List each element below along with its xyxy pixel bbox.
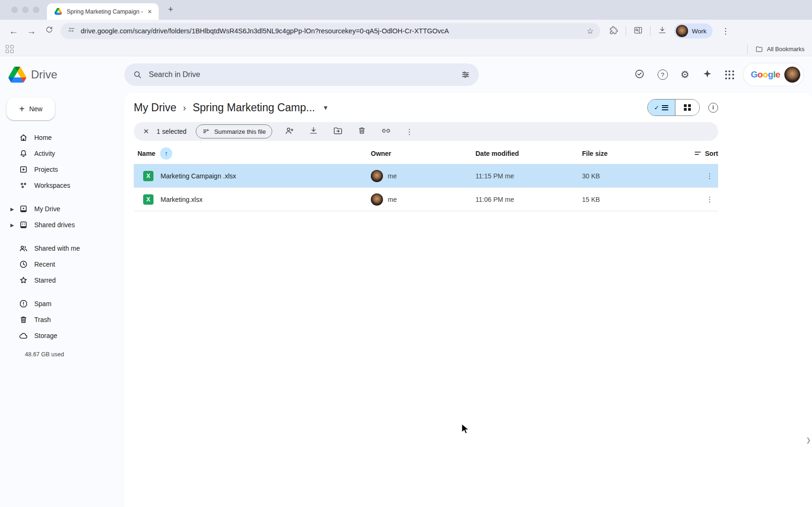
file-row[interactable]: X Marketing Campaign .xlsx me 11:15 PM m… xyxy=(134,164,718,188)
clock-icon xyxy=(19,260,28,269)
breadcrumb-my-drive[interactable]: My Drive xyxy=(134,101,176,114)
offline-status-icon[interactable] xyxy=(634,69,645,81)
breadcrumb-separator-icon: › xyxy=(183,102,186,113)
owner-avatar xyxy=(371,170,383,182)
breadcrumb: My Drive › Spring Marketing Camp... ▼ ✓ xyxy=(134,93,718,122)
google-account-button[interactable]: Google xyxy=(743,63,804,86)
toolbar-divider xyxy=(626,26,626,36)
row-menu-icon[interactable]: ⋮ xyxy=(701,172,718,180)
file-row[interactable]: X Marketing.xlsx me 11:06 PM me 15 KB ⋮ xyxy=(134,188,718,211)
breadcrumb-current-folder[interactable]: Spring Marketing Camp... xyxy=(192,101,315,114)
advanced-search-icon[interactable] xyxy=(461,70,470,79)
share-add-person-icon[interactable] xyxy=(284,126,294,138)
workspaces-icon xyxy=(19,181,28,190)
downloads-icon[interactable] xyxy=(658,25,667,37)
sidebar-item-activity[interactable]: Activity xyxy=(7,146,124,161)
sidebar-item-trash[interactable]: Trash xyxy=(7,312,124,328)
download-icon[interactable] xyxy=(309,126,318,137)
excel-file-icon: X xyxy=(143,171,153,181)
settings-gear-icon[interactable]: ⚙ xyxy=(681,69,689,80)
search-input[interactable]: Search in Drive xyxy=(124,63,479,86)
side-panel-search-icon[interactable] xyxy=(633,25,643,37)
tab-close-button[interactable]: ✕ xyxy=(146,8,154,16)
row-menu-icon[interactable]: ⋮ xyxy=(701,195,718,204)
site-info-icon[interactable] xyxy=(67,26,76,36)
new-button-label: New xyxy=(29,105,42,113)
file-size: 15 KB xyxy=(578,196,701,203)
star-icon xyxy=(19,276,28,285)
new-tab-button[interactable]: + xyxy=(165,4,176,15)
grid-view-button[interactable] xyxy=(675,100,699,115)
size-column-header[interactable]: File size xyxy=(578,150,701,157)
expand-chevron-icon[interactable]: ▶ xyxy=(10,223,19,228)
sidebar-item-home[interactable]: Home xyxy=(7,130,124,146)
name-column-header[interactable]: Name xyxy=(138,150,155,157)
sidebar-item-workspaces[interactable]: Workspaces xyxy=(7,177,124,193)
trash-icon[interactable] xyxy=(357,126,367,137)
window-close-button[interactable] xyxy=(11,7,18,13)
url-text[interactable]: drive.google.com/scary/drive/folders/1BH… xyxy=(81,27,582,35)
sidebar-item-recent[interactable]: Recent xyxy=(7,256,124,272)
browser-profile-button[interactable]: Work xyxy=(674,23,712,38)
sidebar-item-spam[interactable]: Spam xyxy=(7,296,124,312)
folder-icon xyxy=(755,45,763,53)
google-apps-grid-icon[interactable] xyxy=(725,70,734,79)
sort-ascending-icon[interactable]: ↑ xyxy=(160,147,172,160)
account-avatar xyxy=(784,67,800,83)
storage-used-label: 48.67 GB used xyxy=(25,351,124,358)
bell-icon xyxy=(19,149,28,158)
excel-file-icon: X xyxy=(143,194,153,205)
owner-name: me xyxy=(388,172,397,180)
reload-icon[interactable] xyxy=(40,23,58,38)
sidebar-item-my-drive[interactable]: ▶ My Drive xyxy=(7,201,124,217)
move-to-folder-icon[interactable] xyxy=(333,126,343,138)
shared-drives-icon xyxy=(19,220,28,230)
file-name[interactable]: Marketing.xlsx xyxy=(161,196,202,203)
window-minimize-button[interactable] xyxy=(22,7,29,13)
summarize-file-button[interactable]: Summarize this file xyxy=(196,124,272,138)
bookmark-star-icon[interactable]: ☆ xyxy=(587,26,594,36)
sidebar-item-storage[interactable]: Storage xyxy=(7,328,124,344)
sidebar-item-shared-drives[interactable]: ▶ Shared drives xyxy=(7,217,124,233)
sidebar: + New Home Activity xyxy=(0,93,124,507)
browser-menu-icon[interactable]: ⋮ xyxy=(720,26,731,36)
list-view-button[interactable]: ✓ xyxy=(648,100,675,115)
sort-button[interactable]: Sort xyxy=(701,150,718,157)
extensions-icon[interactable] xyxy=(609,25,619,37)
date-modified: 11:06 PM me xyxy=(472,196,578,203)
modified-column-header[interactable]: Date modified xyxy=(472,150,578,157)
help-icon[interactable]: ? xyxy=(658,69,668,80)
owner-column-header[interactable]: Owner xyxy=(367,150,472,157)
sidebar-item-starred[interactable]: Starred xyxy=(7,272,124,288)
scroll-hint-icon[interactable]: ❯ xyxy=(806,437,811,444)
window-maximize-button[interactable] xyxy=(33,7,39,13)
selection-toolbar: ✕ 1 selected Summarize this file xyxy=(134,122,718,141)
all-bookmarks-button[interactable]: All Bookmarks xyxy=(747,45,804,54)
folder-menu-caret-icon[interactable]: ▼ xyxy=(322,104,329,111)
browser-tab[interactable]: Spring Marketing Campaign - ✕ xyxy=(47,3,159,20)
clear-selection-icon[interactable]: ✕ xyxy=(141,127,151,136)
gemini-sparkle-icon[interactable] xyxy=(702,69,712,81)
file-name[interactable]: Marketing Campaign .xlsx xyxy=(161,172,236,180)
new-button[interactable]: + New xyxy=(7,98,55,120)
summarize-label: Summarize this file xyxy=(214,128,266,135)
drive-logo[interactable]: Drive xyxy=(8,67,124,83)
expand-chevron-icon[interactable]: ▶ xyxy=(10,207,19,212)
home-icon xyxy=(19,133,28,142)
owner-name: me xyxy=(388,196,397,203)
sidebar-item-projects[interactable]: Projects xyxy=(7,161,124,177)
google-logo: Google xyxy=(751,69,780,80)
more-actions-icon[interactable]: ⋮ xyxy=(406,127,413,136)
drive-header-icons: ? ⚙ xyxy=(634,69,734,81)
apps-shortcut-icon[interactable] xyxy=(6,45,14,53)
sidebar-item-shared-with-me[interactable]: Shared with me xyxy=(7,240,124,256)
sort-lines-icon xyxy=(695,152,701,155)
back-icon[interactable]: ← xyxy=(5,24,23,38)
info-icon[interactable]: i xyxy=(708,103,718,113)
summarize-icon xyxy=(202,128,210,136)
copy-link-icon[interactable] xyxy=(381,126,391,138)
address-bar[interactable]: drive.google.com/scary/drive/folders/1BH… xyxy=(61,23,600,39)
forward-icon[interactable]: → xyxy=(23,24,40,38)
window-controls[interactable] xyxy=(11,7,39,13)
list-view-icon xyxy=(662,104,668,111)
